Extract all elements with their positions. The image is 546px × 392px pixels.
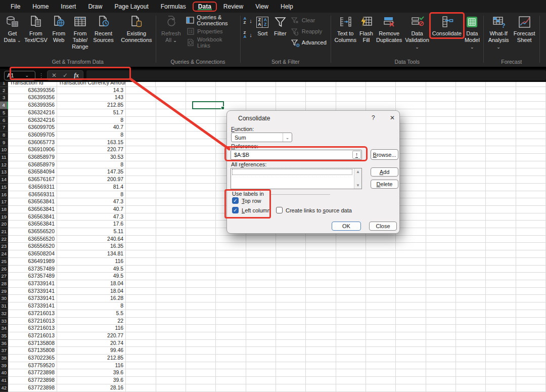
- cell-E14[interactable]: [186, 176, 216, 184]
- cell-I42[interactable]: [306, 384, 336, 392]
- cell-G23[interactable]: [246, 243, 276, 250]
- cell-O38[interactable]: [486, 355, 516, 362]
- menu-tab-help[interactable]: Help: [275, 2, 299, 12]
- cell-N42[interactable]: [456, 384, 486, 392]
- cell-O5[interactable]: [486, 109, 516, 117]
- cell-P28[interactable]: [516, 280, 546, 288]
- cell-E8[interactable]: [186, 132, 216, 139]
- cell-L6[interactable]: [396, 117, 426, 124]
- cell-B27[interactable]: 49.5: [57, 273, 126, 280]
- cell-L16[interactable]: [396, 191, 426, 199]
- cell-O27[interactable]: [486, 273, 516, 280]
- row-header-34[interactable]: 34: [0, 325, 8, 332]
- cell-L4[interactable]: [396, 102, 426, 109]
- cell-O8[interactable]: [486, 132, 516, 139]
- cell-D38[interactable]: [156, 355, 186, 362]
- cell-H40[interactable]: [276, 369, 306, 377]
- row-header-29[interactable]: 29: [0, 288, 8, 295]
- from-table-range-button[interactable]: From Table/ Range: [69, 14, 92, 51]
- cell-J42[interactable]: [336, 384, 366, 392]
- cell-D12[interactable]: [156, 161, 186, 169]
- cell-E5[interactable]: [186, 109, 216, 117]
- cell-M29[interactable]: [426, 288, 456, 295]
- help-button[interactable]: ?: [372, 114, 375, 121]
- cell-C2[interactable]: [126, 87, 156, 95]
- cell-H31[interactable]: [276, 302, 306, 310]
- recent-sources-button[interactable]: Recent Sources: [92, 14, 115, 44]
- cell-L7[interactable]: [396, 124, 426, 132]
- row-header-42[interactable]: 42: [0, 384, 8, 392]
- cell-F29[interactable]: [216, 288, 246, 295]
- cell-D14[interactable]: [156, 176, 186, 184]
- cell-M31[interactable]: [426, 302, 456, 310]
- sort-az-button[interactable]: AZ↓: [243, 15, 253, 26]
- cell-N33[interactable]: [456, 318, 486, 325]
- cell-B38[interactable]: 212.85: [57, 355, 126, 362]
- cell-I30[interactable]: [306, 295, 336, 302]
- from-text-csv-button[interactable]: From Text/CSV: [23, 14, 49, 44]
- cell-A10[interactable]: 636910906: [8, 146, 57, 154]
- cell-P23[interactable]: [516, 243, 546, 250]
- cell-H3[interactable]: [276, 94, 306, 102]
- cell-L20[interactable]: [396, 221, 426, 228]
- cell-C23[interactable]: [126, 243, 156, 250]
- queries-connections-button[interactable]: Queries & Connections: [184, 15, 238, 26]
- cell-B9[interactable]: 163.15: [57, 139, 126, 147]
- cell-K26[interactable]: [366, 266, 396, 273]
- data-validation-button[interactable]: Data Validation ⌄: [403, 14, 431, 51]
- cell-M10[interactable]: [426, 146, 456, 154]
- cell-D32[interactable]: [156, 310, 186, 318]
- cell-I40[interactable]: [306, 369, 336, 377]
- cell-N16[interactable]: [456, 191, 486, 199]
- cell-B30[interactable]: 16.28: [57, 295, 126, 302]
- cell-N12[interactable]: [456, 161, 486, 169]
- cell-L13[interactable]: [396, 168, 426, 176]
- row-header-28[interactable]: 28: [0, 280, 8, 288]
- cell-D18[interactable]: [156, 206, 186, 213]
- cell-L37[interactable]: [396, 347, 426, 355]
- cell-L12[interactable]: [396, 161, 426, 169]
- top-row-checkbox[interactable]: [232, 197, 239, 204]
- row-header-5[interactable]: 5: [0, 109, 8, 117]
- cell-O7[interactable]: [486, 124, 516, 132]
- cell-C33[interactable]: [126, 318, 156, 325]
- cell-P12[interactable]: [516, 161, 546, 169]
- cell-A38[interactable]: 637022365: [8, 355, 57, 362]
- cell-J33[interactable]: [336, 318, 366, 325]
- cell-M23[interactable]: [426, 243, 456, 250]
- menu-tab-view[interactable]: View: [250, 2, 274, 12]
- row-header-10[interactable]: 10: [0, 146, 8, 154]
- cell-A5[interactable]: 636324216: [8, 109, 57, 117]
- cell-K29[interactable]: [366, 288, 396, 295]
- cell-N4[interactable]: [456, 102, 486, 109]
- cell-L8[interactable]: [396, 132, 426, 139]
- cell-L32[interactable]: [396, 310, 426, 318]
- cell-L23[interactable]: [396, 243, 426, 250]
- cell-O19[interactable]: [486, 213, 516, 221]
- cell-B16[interactable]: 8: [57, 191, 126, 199]
- cell-A2[interactable]: 636399356: [8, 87, 57, 95]
- cell-D36[interactable]: [156, 340, 186, 347]
- cell-D19[interactable]: [156, 213, 186, 221]
- cell-D13[interactable]: [156, 168, 186, 176]
- cell-P39[interactable]: [516, 362, 546, 370]
- cell-E21[interactable]: [186, 228, 216, 236]
- cell-O20[interactable]: [486, 221, 516, 228]
- properties-button[interactable]: Properties: [184, 26, 238, 37]
- cell-A26[interactable]: 637357489: [8, 266, 57, 273]
- cell-G39[interactable]: [246, 362, 276, 370]
- cell-C9[interactable]: [126, 139, 156, 147]
- cell-I2[interactable]: [306, 87, 336, 95]
- cell-F31[interactable]: [216, 302, 246, 310]
- row-header-17[interactable]: 17: [0, 198, 8, 206]
- cell-H29[interactable]: [276, 288, 306, 295]
- cell-A34[interactable]: 637216013: [8, 325, 57, 332]
- cell-C27[interactable]: [126, 273, 156, 280]
- cell-L42[interactable]: [396, 384, 426, 392]
- cell-J34[interactable]: [336, 325, 366, 332]
- cell-C16[interactable]: [126, 191, 156, 199]
- cell-C6[interactable]: [126, 117, 156, 124]
- cell-C34[interactable]: [126, 325, 156, 332]
- cell-O25[interactable]: [486, 258, 516, 266]
- cell-G22[interactable]: [246, 236, 276, 243]
